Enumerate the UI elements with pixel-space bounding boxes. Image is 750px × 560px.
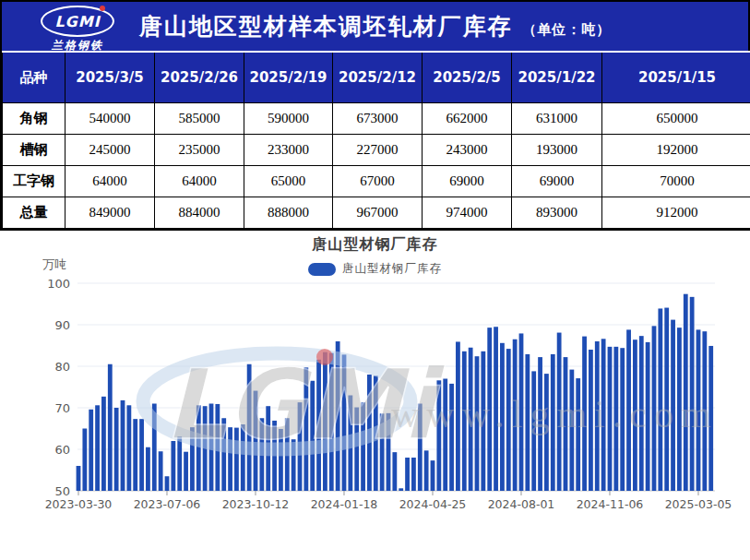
bar (411, 458, 416, 491)
table-cell: 70000 (602, 166, 750, 197)
x-tick-label: 2024-08-01 (488, 497, 555, 511)
table-row: 工字钢64000640006500067000690006900070000 (3, 166, 750, 197)
table-cell: 912000 (602, 197, 750, 230)
row-label: 工字钢 (3, 166, 65, 197)
bar-plot-canvas: 1009080706050万吨LGMiwww.lgmi.com2023-03-3… (0, 231, 750, 560)
y-tick-label: 70 (54, 401, 70, 415)
bar (101, 397, 106, 491)
column-header-date: 2025/2/12 (333, 52, 423, 103)
bar (165, 476, 170, 491)
x-tick-label: 2024-04-25 (399, 497, 467, 511)
bar (405, 458, 410, 491)
table-header-row: 品种2025/3/52025/2/262025/2/192025/2/12202… (3, 52, 750, 103)
inventory-table: 品种2025/3/52025/2/262025/2/192025/2/12202… (2, 51, 750, 231)
table-cell: 233000 (244, 135, 333, 166)
row-label: 槽钢 (3, 135, 65, 166)
chart-title: 唐山型材钢厂库存 (0, 235, 750, 255)
bar (146, 447, 150, 491)
bar (133, 419, 137, 491)
bar (95, 405, 100, 491)
table-cell: 193000 (512, 135, 602, 166)
y-tick-label: 100 (47, 277, 70, 291)
table-cell: 662000 (423, 103, 512, 135)
column-header-date: 2025/2/26 (155, 52, 244, 103)
page-title-text: 唐山地区型材样本调坯轧材厂库存 (139, 13, 513, 40)
table-cell: 64000 (65, 166, 155, 197)
y-tick-label: 80 (54, 360, 70, 374)
y-tick-label: 60 (54, 443, 70, 457)
x-tick-label: 2023-07-06 (134, 497, 201, 511)
bar (108, 364, 113, 491)
bar (159, 451, 163, 491)
column-header-date: 2025/2/5 (423, 52, 512, 103)
table-row: 槽钢24500023500023300022700024300019300019… (3, 135, 750, 166)
table-cell: 245000 (65, 135, 155, 166)
chart-legend: 唐山型材钢厂库存 (0, 261, 750, 277)
x-tick-label: 2025-03-05 (665, 497, 732, 511)
x-tick-label: 2023-10-12 (222, 497, 290, 511)
table-cell: 974000 (423, 197, 512, 230)
bar (431, 460, 435, 491)
table-row: 总量84900088400088800096700097400089300091… (3, 197, 750, 230)
table-cell: 590000 (244, 103, 333, 135)
table-cell: 884000 (155, 197, 244, 230)
bar (114, 408, 119, 491)
bar (82, 429, 87, 492)
table-cell: 967000 (333, 197, 423, 230)
column-header-variety: 品种 (3, 52, 65, 103)
bar (139, 419, 144, 491)
bar (77, 466, 81, 491)
table-cell: 243000 (423, 135, 512, 166)
x-tick-label: 2024-01-18 (311, 497, 378, 511)
report-page: LGMI 兰格钢铁 唐山地区型材样本调坯轧材厂库存 （单位：吨） 品种2025/… (0, 0, 750, 560)
y-tick-label: 90 (54, 318, 70, 332)
lgmi-watermark: LGMiwww.lgmi.com (143, 349, 719, 461)
table-cell: 585000 (155, 103, 244, 135)
table-cell: 64000 (155, 166, 244, 197)
table-row: 角钢54000058500059000067300066200063100065… (3, 103, 750, 135)
row-label: 总量 (3, 197, 65, 230)
table-cell: 192000 (602, 135, 750, 166)
table-cell: 235000 (155, 135, 244, 166)
column-header-date: 2025/2/19 (244, 52, 333, 103)
table-cell: 673000 (333, 103, 423, 135)
header-and-table-block: LGMI 兰格钢铁 唐山地区型材样本调坯轧材厂库存 （单位：吨） 品种2025/… (0, 0, 750, 231)
page-title: 唐山地区型材样本调坯轧材厂库存 （单位：吨） (2, 11, 748, 42)
x-tick-label: 2023-03-30 (45, 497, 113, 511)
table-cell: 540000 (65, 103, 155, 135)
bar (126, 405, 131, 491)
table-cell: 888000 (244, 197, 333, 230)
inventory-bar-chart: 1009080706050万吨LGMiwww.lgmi.com2023-03-3… (0, 231, 750, 560)
bar (121, 400, 125, 491)
y-tick-label: 50 (54, 484, 70, 498)
table-cell: 69000 (423, 166, 512, 197)
table-cell: 227000 (333, 135, 423, 166)
column-header-date: 2025/1/22 (512, 52, 602, 103)
table-cell: 849000 (65, 197, 155, 230)
legend-label: 唐山型材钢厂库存 (342, 261, 442, 277)
table-cell: 67000 (333, 166, 423, 197)
svg-text:www.lgmi.com: www.lgmi.com (391, 393, 719, 435)
title-band: LGMI 兰格钢铁 唐山地区型材样本调坯轧材厂库存 （单位：吨） (2, 2, 748, 51)
x-tick-label: 2024-11-06 (577, 497, 644, 511)
table-cell: 69000 (512, 166, 602, 197)
bar (89, 410, 93, 491)
bar (399, 488, 403, 491)
legend-swatch-icon (308, 263, 336, 276)
column-header-date: 2025/1/15 (602, 52, 750, 103)
column-header-date: 2025/3/5 (65, 52, 155, 103)
table-cell: 631000 (512, 103, 602, 135)
title-unit: （单位：吨） (522, 21, 611, 38)
table-cell: 65000 (244, 166, 333, 197)
row-label: 角钢 (3, 103, 65, 135)
table-cell: 650000 (602, 103, 750, 135)
table-cell: 893000 (512, 197, 602, 230)
